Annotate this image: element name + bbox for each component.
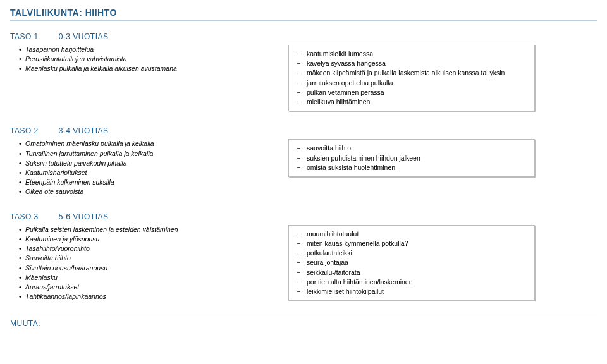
list-item: potkulautaleikki bbox=[295, 248, 528, 258]
list-item: Kaatumisharjoitukset bbox=[19, 168, 263, 178]
list-item: omista suksista huolehtiminen bbox=[295, 163, 528, 173]
list-item: Sauvoitta hiihto bbox=[19, 253, 263, 263]
footer-label: MUUTA: bbox=[10, 317, 597, 328]
level-age: 3-4 VUOTIAS bbox=[59, 126, 109, 135]
page-title: TALVILIIKUNTA: HIIHTO bbox=[10, 8, 597, 21]
right-box: muumihiihtotaulut miten kauas kymmenellä… bbox=[288, 225, 535, 301]
left-column: Tasapainon harjoittelua Perusliikuntatai… bbox=[10, 45, 263, 74]
list-item: muumihiihtotaulut bbox=[295, 229, 528, 239]
list-item: Omatoiminen mäenlasku pulkalla ja kelkal… bbox=[19, 139, 263, 149]
list-item: jarrutuksen opettelua pulkalla bbox=[295, 78, 528, 88]
left-column: Omatoiminen mäenlasku pulkalla ja kelkal… bbox=[10, 139, 263, 197]
list-item: mielikuva hiihtäminen bbox=[295, 97, 528, 107]
list-item: Kaatuminen ja ylösnousu bbox=[19, 234, 263, 244]
list-item: Mäenlasku pulkalla ja kelkalla aikuisen … bbox=[19, 64, 263, 73]
level-age: 0-3 VUOTIAS bbox=[59, 32, 109, 41]
list-item: Sivuttain nousu/haaranousu bbox=[19, 264, 263, 273]
list-item: sauvoitta hiihto bbox=[295, 143, 528, 153]
list-item: Auraus/jarrutukset bbox=[19, 282, 263, 292]
list-item: suksien puhdistaminen hiihdon jälkeen bbox=[295, 154, 528, 163]
level-header: TASO 1 0-3 VUOTIAS bbox=[10, 32, 597, 41]
list-item: kaatumisleikit lumessa bbox=[295, 49, 528, 59]
level-header: TASO 2 3-4 VUOTIAS bbox=[10, 126, 597, 135]
level-name: TASO 1 bbox=[10, 32, 39, 41]
list-item: Suksiin totuttelu päiväkodin pihalla bbox=[19, 159, 263, 168]
level-name: TASO 2 bbox=[10, 126, 39, 135]
list-item: Perusliikuntataitojen vahvistamista bbox=[19, 54, 263, 64]
list-item: Pulkalla seisten laskeminen ja esteiden … bbox=[19, 225, 263, 234]
level-block-2: TASO 2 3-4 VUOTIAS Omatoiminen mäenlasku… bbox=[10, 126, 597, 197]
level-name: TASO 3 bbox=[10, 212, 39, 221]
list-item: pulkan vetäminen perässä bbox=[295, 88, 528, 97]
list-item: Turvallinen jarruttaminen pulkalla ja ke… bbox=[19, 149, 263, 159]
list-item: Tähtikäännös/lapinkäännös bbox=[19, 292, 263, 301]
level-block-1: TASO 1 0-3 VUOTIAS Tasapainon harjoittel… bbox=[10, 32, 597, 111]
level-header: TASO 3 5-6 VUOTIAS bbox=[10, 212, 597, 221]
right-box: sauvoitta hiihto suksien puhdistaminen h… bbox=[288, 139, 535, 177]
list-item: leikkimieliset hiihtokilpailut bbox=[295, 287, 528, 296]
list-item: Eteenpäin kulkeminen suksilla bbox=[19, 178, 263, 187]
list-item: Tasahiihto/vuorohiihto bbox=[19, 244, 263, 253]
list-item: Oikea ote sauvoista bbox=[19, 187, 263, 197]
list-item: Tasapainon harjoittelua bbox=[19, 45, 263, 54]
left-column: Pulkalla seisten laskeminen ja esteiden … bbox=[10, 225, 263, 302]
list-item: mäkeen kiipeämistä ja pulkalla laskemist… bbox=[295, 68, 528, 78]
level-block-3: TASO 3 5-6 VUOTIAS Pulkalla seisten lask… bbox=[10, 212, 597, 302]
right-box: kaatumisleikit lumessa kävelyä syvässä h… bbox=[288, 45, 535, 111]
list-item: Mäenlasku bbox=[19, 273, 263, 282]
list-item: kävelyä syvässä hangessa bbox=[295, 59, 528, 68]
list-item: seikkailu-/taitorata bbox=[295, 268, 528, 277]
list-item: seura johtajaa bbox=[295, 258, 528, 267]
list-item: miten kauas kymmenellä potkulla? bbox=[295, 239, 528, 248]
list-item: porttien alta hiihtäminen/laskeminen bbox=[295, 277, 528, 287]
level-age: 5-6 VUOTIAS bbox=[59, 212, 109, 221]
